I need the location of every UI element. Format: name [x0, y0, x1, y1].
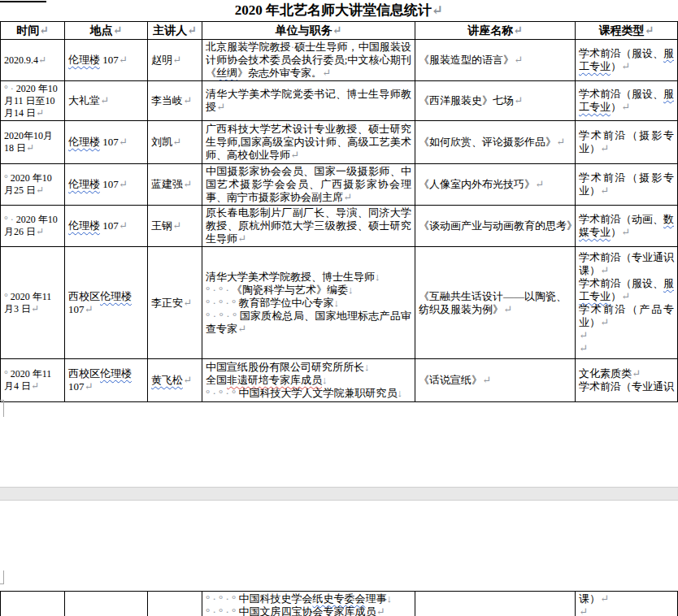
text-run: 理事 — [366, 592, 387, 605]
flagged-text-run: 专家库 — [324, 605, 355, 616]
cell-lecture-title[interactable]: 《人像室内外布光技巧》↵ — [415, 164, 576, 206]
cell-time[interactable]: ° 2020 年11 月4 日↵ — [1, 359, 65, 402]
cell-organization[interactable]: 中国摄影家协会会员、国家一级摄影师、中国艺术摄影学会会员、广西摄影家协会理事、南… — [202, 164, 415, 206]
text-run: 107 — [68, 380, 85, 393]
cell-course-type[interactable]: 文化素质类↵学术前沿（专业通识 — [576, 359, 678, 402]
text-run: 学术前沿（专业通识课） — [579, 251, 674, 276]
cell-time[interactable]: ° · 2020 年10 月11 日至10 月14 日↵ — [1, 81, 65, 121]
paragraph: 《互融共生话设计——以陶瓷、纺织及服装为例》↵ — [419, 290, 574, 316]
text-run: 清华大学美术学院党委书记、博士生导师教授 — [206, 88, 411, 113]
cell-time[interactable]: 2020.9.4↵ — [1, 40, 65, 81]
text-run: 蓝建强 — [151, 178, 183, 190]
table-row: ° · ° · ° 中国科技史学会纸史专委会理事↓° · ° · ° 中国文房四… — [1, 592, 678, 616]
cell-speaker[interactable]: 蓝建强↵ — [148, 164, 202, 206]
text-boundary-mark — [0, 400, 4, 417]
cell-lecture-title[interactable]: 《西洋服装史》七场↵ — [415, 81, 576, 121]
paragraph: 全国非遗研培专家库成员↓ — [206, 374, 411, 387]
cell-lecture-title[interactable]: 《谈动画产业与动画教育的思考》↵ — [415, 206, 576, 247]
format-mark: ↵ — [621, 226, 630, 238]
text-run: 原长春电影制片厂副厂长、导演、同济大学教授、原杭州师范大学三级教授、硕士研究生导… — [206, 206, 411, 245]
text-run: 课程类型 — [599, 24, 645, 37]
paragraph: 《如何欣赏、评论摄影作品》↵ — [419, 136, 574, 149]
cell-location[interactable]: 西校区伦理楼 107↵ — [65, 359, 148, 402]
paragraph: ↵ — [579, 329, 674, 342]
table-row: ° · 2020 年10 月11 日至10 月14 日↵大礼堂↵李当岐↵清华大学… — [1, 81, 678, 121]
cell-speaker[interactable]: 李当岐↵ — [148, 81, 202, 121]
lecture-info-table: 时间↵地点↵主讲人↵单位与职务↵讲座名称↵课程类型↵2020.9.4↵伦理楼 1… — [0, 21, 678, 402]
cell-lecture-title[interactable]: 《服装造型的语言》↵ — [415, 40, 576, 81]
cell-speaker[interactable]: 黄飞松↵ — [148, 359, 202, 402]
cell-course-type[interactable]: 学术前沿（摄影专业）↵ — [576, 164, 678, 206]
cell-organization[interactable]: ° · ° · ° 中国科技史学会纸史专委会理事↓° · ° · ° 中国文房四… — [202, 592, 415, 616]
cell-speaker[interactable]: 刘凯↵ — [148, 121, 202, 164]
cell-speaker[interactable]: 王钢↵ — [148, 206, 202, 247]
cell-time[interactable]: ° · 2020 年10 月26 日↵ — [1, 206, 65, 247]
paragraph: ° 2020 年10 月25 日↵ — [4, 172, 61, 197]
cell-location[interactable]: 伦理楼 107↵ — [65, 40, 148, 81]
format-mark: ° · ° · — [206, 284, 232, 296]
cell-location[interactable]: 大礼堂↵ — [65, 81, 148, 121]
page-gap-separator[interactable] — [0, 487, 678, 501]
format-mark: ↵ — [600, 592, 609, 605]
format-mark: ↵ — [621, 101, 630, 113]
cell-speaker[interactable]: 李正安↵ — [148, 247, 202, 359]
cell-organization[interactable]: 清华大学美术学院教授、博士生导师↓° · ° · 《陶瓷科学与艺术》编委↓° ·… — [202, 247, 415, 359]
format-mark: ↵ — [621, 60, 630, 72]
text-run: 中国文房四宝协会 — [239, 605, 324, 616]
text-run: ） — [611, 226, 621, 238]
cell-organization[interactable]: 广西科技大学艺术设计专业教授、硕士研究生导师,国家高级室内设计师、高级工艺美术师… — [202, 121, 415, 164]
cell-speaker[interactable] — [148, 592, 202, 616]
cell-time[interactable]: ° 2020 年11 月3 日↵ — [1, 247, 65, 359]
paragraph: ° · ° · ° 中国科技大学人文学院兼职研究员↓ — [206, 387, 411, 400]
cell-speaker[interactable]: 赵明↵ — [148, 40, 202, 81]
header-speaker[interactable]: 主讲人↵ — [148, 22, 202, 40]
paragraph: 西校区伦理楼 107↵ — [68, 367, 144, 393]
cell-course-type[interactable]: 学术前沿（专业通识课）↵学术前沿（服设、服工专业）↵学术前沿（产品专业）↵↵↵ — [576, 247, 678, 359]
header-time[interactable]: 时间↵ — [1, 22, 65, 40]
cell-location[interactable]: 伦理楼 107↵ — [65, 121, 148, 164]
cell-organization[interactable]: 原长春电影制片厂副厂长、导演、同济大学教授、原杭州师范大学三级教授、硕士研究生导… — [202, 206, 415, 247]
document-title[interactable]: 2020 年北艺名师大讲堂信息统计↵ — [0, 2, 678, 20]
cell-time[interactable] — [1, 592, 65, 616]
header-organization[interactable]: 单位与职务↵ — [202, 22, 415, 40]
format-mark: ↵ — [343, 191, 352, 203]
cell-location[interactable] — [65, 592, 148, 616]
paragraph: ° 2020 年11 月3 日↵ — [4, 291, 61, 315]
header-course-type[interactable]: 课程类型↵ — [576, 22, 678, 40]
cell-lecture-title[interactable] — [415, 592, 576, 616]
cell-lecture-title[interactable]: 《话说宣纸》↵ — [415, 359, 576, 402]
header-location[interactable]: 地点↵ — [65, 22, 148, 40]
format-mark: ↵ — [556, 136, 565, 148]
paragraph: 赵明↵ — [151, 54, 198, 67]
cell-lecture-title[interactable]: 《如何欣赏、评论摄影作品》↵ — [415, 121, 576, 164]
cell-course-type[interactable]: 课）↵↵ — [576, 592, 678, 616]
cell-course-type[interactable]: 学术前沿（服设、服工专业）↵ — [576, 81, 678, 121]
cell-lecture-title[interactable]: 《互融共生话设计——以陶瓷、纺织及服装为例》↵ — [415, 247, 576, 359]
cell-time[interactable]: 2020年10月18 日↵ — [1, 121, 65, 164]
word-document-canvas: { "colors": { "text": "#000000", "border… — [0, 0, 678, 616]
cell-location[interactable]: 西校区伦理楼 107↵ — [65, 247, 148, 359]
cell-location[interactable]: 伦理楼 107↵ — [65, 164, 148, 206]
paragraph: ° · ° · ° 教育部学位中心专家↓ — [206, 297, 411, 310]
cell-course-type[interactable]: 学术前沿（服设、服工专业）↵ — [576, 40, 678, 81]
cell-organization[interactable]: 北京服装学院教授·硕士生导师，中国服装设计师协会技术委员会执行委员;中文核心期刊… — [202, 40, 415, 81]
cell-course-type[interactable]: 学术前沿（动画、数媒专业）↵ — [576, 206, 678, 247]
paragraph: 学术前沿（服设、服工专业）↵ — [579, 277, 674, 303]
format-mark: ↵ — [237, 232, 246, 245]
cell-course-type[interactable]: 学术前沿（摄影专业）↵ — [576, 121, 678, 164]
header-lecture-title[interactable]: 讲座名称↵ — [415, 22, 576, 40]
cell-organization[interactable]: 中国宣纸股份有限公司研究所所长↓全国非遗研培专家库成员↓° · ° · ° 中国… — [202, 359, 415, 402]
text-run: ） — [611, 290, 621, 302]
paragraph: ° · 2020 年10 月26 日↵ — [4, 214, 61, 238]
text-run: 107 — [100, 219, 119, 232]
text-run: ） — [611, 60, 621, 72]
format-mark: ↵ — [632, 367, 641, 380]
paragraph: 大礼堂↵ — [68, 94, 144, 107]
cell-location[interactable]: 伦理楼 107↵ — [65, 206, 148, 247]
paragraph: 学术前沿（动画、数媒专业）↵ — [579, 213, 674, 239]
cell-time[interactable]: ° 2020 年10 月25 日↵ — [1, 164, 65, 206]
text-run: 教育部学位中心专家 — [239, 297, 334, 309]
paragraph: 原长春电影制片厂副厂长、导演、同济大学教授、原杭州师范大学三级教授、硕士研究生导… — [206, 206, 411, 245]
cell-organization[interactable]: 清华大学美术学院党委书记、博士生导师教授↵ — [202, 81, 415, 121]
format-mark: ° · ° · ° — [206, 387, 239, 399]
